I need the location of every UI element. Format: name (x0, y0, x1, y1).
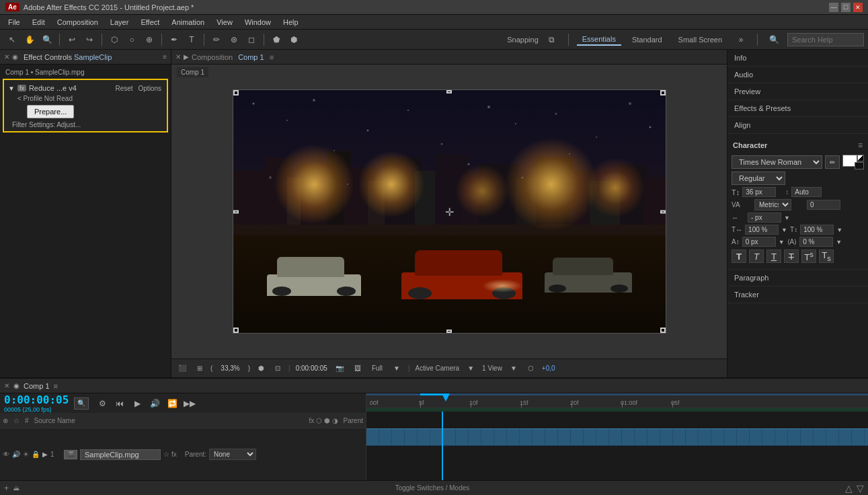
right-panel-align[interactable]: Align (727, 117, 868, 134)
layer-parent-select[interactable]: None (209, 449, 256, 460)
char-leading-dropdown[interactable]: ▼ (784, 215, 790, 221)
orbit-tool[interactable]: ○ (124, 32, 140, 47)
char-tracking-value[interactable] (807, 200, 840, 210)
char-leading-px-input[interactable] (748, 213, 781, 223)
timeline-loop-btn[interactable]: 🔁 (164, 396, 180, 411)
comp-quality-dropdown[interactable]: ▼ (391, 364, 403, 373)
handle-tl[interactable] (233, 90, 239, 96)
workspace-more[interactable]: » (733, 32, 749, 47)
char-italic-btn[interactable]: T (749, 250, 764, 263)
timeline-audio-btn[interactable]: 🔊 (147, 396, 163, 411)
handle-ml[interactable] (233, 210, 239, 213)
undo-tool[interactable]: ↩ (64, 32, 80, 47)
menu-window[interactable]: Window (239, 17, 276, 28)
char-bold-btn[interactable]: T (732, 250, 746, 263)
timeline-add-marker-btn[interactable]: + (4, 484, 9, 493)
char-panel-menu[interactable]: ≡ (858, 141, 863, 150)
menu-help[interactable]: Help (278, 17, 304, 28)
layer-expand-btn[interactable]: ▶ (42, 451, 48, 458)
handle-bl[interactable] (233, 328, 239, 333)
menu-effect[interactable]: Effect (135, 17, 165, 28)
timeline-collapse-btn[interactable]: ▽ (857, 483, 864, 494)
layer-solo-btn[interactable]: ☀ (23, 451, 29, 458)
handle-mr[interactable] (660, 210, 666, 213)
char-pencil-btn[interactable]: ✏ (825, 155, 840, 169)
comp-quality-btn[interactable]: Full (369, 364, 385, 373)
playhead-marker[interactable] (442, 393, 450, 402)
timeline-settings-btn[interactable]: ⚙ (94, 396, 110, 411)
comp-safe-btn[interactable]: ⊡ (272, 364, 283, 373)
menu-file[interactable]: File (3, 17, 26, 28)
hand-tool[interactable]: ✋ (22, 32, 38, 47)
comp-show-snap-btn[interactable]: 🖼 (352, 364, 364, 373)
video-frame[interactable]: ✛ (233, 89, 666, 334)
pen-tool[interactable]: ✒ (166, 32, 182, 47)
redo-tool[interactable]: ↪ (81, 32, 97, 47)
snap-toggle[interactable]: ⧉ (544, 32, 560, 47)
char-tsf-h-input[interactable] (745, 225, 779, 235)
char-stroke-color[interactable] (855, 162, 864, 169)
right-panel-preview[interactable]: Preview (727, 83, 868, 100)
layer-icon-1[interactable]: ☆ (163, 451, 169, 458)
camera-tool[interactable]: ⬡ (106, 32, 122, 47)
search-input[interactable] (792, 36, 859, 44)
effect-options-btn[interactable]: Options (137, 85, 163, 92)
workspace-small[interactable]: Small Screen (673, 34, 727, 45)
char-baseline-input[interactable] (742, 237, 776, 247)
char-sub-btn[interactable]: Ts (819, 250, 834, 263)
char-tracking-type[interactable]: Metrics (754, 199, 791, 211)
brush-tool[interactable]: ✏ (208, 32, 225, 47)
effect-reset-btn[interactable]: Reset (114, 85, 134, 92)
comp-grid-btn[interactable]: ⊞ (194, 364, 205, 373)
handle-br[interactable] (660, 328, 666, 333)
comp-fit-btn[interactable]: ⬢ (255, 364, 267, 373)
comp-snapshot-btn[interactable]: 📷 (333, 364, 346, 373)
effect-expand[interactable]: ▼ (8, 85, 15, 92)
char-leading-input[interactable] (791, 187, 822, 197)
comp-views-dropdown[interactable]: ▼ (508, 364, 520, 373)
timeline-ram-btn[interactable]: ▶▶ (182, 396, 198, 411)
right-panel-info[interactable]: Info (727, 50, 868, 67)
handle-tm[interactable] (446, 90, 452, 93)
clone-tool[interactable]: ⊛ (226, 32, 242, 47)
text-tool[interactable]: T (184, 32, 200, 47)
search-icon[interactable]: 🔍 (766, 32, 782, 47)
zoom-tool[interactable]: 🔍 (39, 32, 55, 47)
right-panel-audio[interactable]: Audio (727, 67, 868, 83)
timeline-current-time[interactable]: 0:00:00:05 (4, 393, 69, 406)
menu-animation[interactable]: Animation (166, 17, 210, 28)
right-panel-paragraph[interactable]: Paragraph (727, 270, 868, 287)
handle-bm[interactable] (446, 330, 452, 333)
timeline-play-btn[interactable]: ▶ (129, 396, 145, 411)
close-button[interactable]: ✕ (853, 3, 863, 12)
char-swap-colors[interactable] (857, 155, 864, 161)
char-tsf-h-dropdown[interactable]: ▼ (781, 227, 787, 233)
char-style-select[interactable]: Regular (732, 172, 785, 185)
timeline-search-btn[interactable]: 🔍 (74, 397, 89, 410)
layer-name[interactable]: SampleClip.mpg (80, 449, 161, 460)
char-tsf-v-dropdown[interactable]: ▼ (836, 227, 842, 233)
timeline-graph-btn[interactable]: ⛰ (13, 484, 19, 492)
effect-panel-options[interactable]: ≡ (163, 53, 167, 61)
timeline-menu[interactable]: ≡ (54, 382, 58, 390)
timeline-prev-frame-btn[interactable]: ⏮ (112, 396, 128, 411)
timeline-panel-close[interactable]: ✕ (4, 382, 9, 389)
maximize-button[interactable]: ☐ (841, 3, 851, 12)
char-font-select[interactable]: Times New Roman (732, 155, 822, 169)
menu-layer[interactable]: Layer (105, 17, 134, 28)
handle-tr[interactable] (660, 90, 666, 96)
pan-tool[interactable]: ⊕ (141, 32, 157, 47)
comp-zoom-value[interactable]: 33,3% (218, 364, 242, 373)
layer-icon-fx[interactable]: fx (171, 451, 177, 458)
char-tsf-v-input[interactable] (800, 225, 834, 235)
char-underline-btn[interactable]: T (766, 250, 781, 263)
menu-composition[interactable]: Composition (52, 17, 104, 28)
char-size-input[interactable] (742, 187, 776, 197)
layer-visible-btn[interactable]: 👁 (3, 451, 9, 458)
workspace-standard[interactable]: Standard (627, 34, 668, 45)
layer-audio-btn[interactable]: 🔊 (12, 451, 20, 458)
selection-tool[interactable]: ↖ (4, 32, 20, 47)
menu-edit[interactable]: Edit (27, 17, 50, 28)
prepare-button[interactable]: Prepare... (27, 105, 74, 118)
minimize-button[interactable]: — (829, 3, 838, 12)
